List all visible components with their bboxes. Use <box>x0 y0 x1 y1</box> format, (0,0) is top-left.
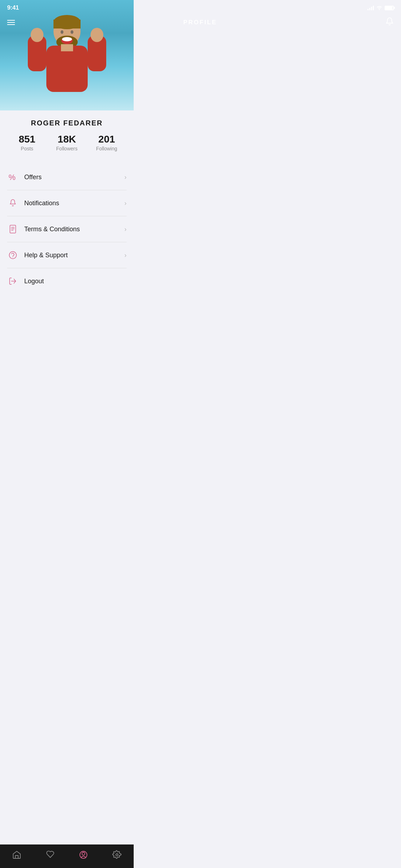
terms-chevron-icon: › <box>124 226 127 233</box>
menu-item-offers[interactable]: % Offers › <box>7 164 127 190</box>
app-header: PROFILE <box>0 14 134 31</box>
logout-label: Logout <box>24 278 44 285</box>
status-bar: 9:41 <box>0 0 134 11</box>
profile-name: ROGER FEDARER <box>7 119 127 127</box>
svg-point-19 <box>9 252 16 259</box>
posts-count: 851 <box>7 134 47 144</box>
help-icon-wrap <box>7 249 19 261</box>
notifications-chevron-icon: › <box>124 200 127 207</box>
svg-rect-15 <box>10 225 16 233</box>
offers-icon-wrap: % <box>7 171 19 183</box>
following-count: 201 <box>87 134 127 144</box>
offers-chevron-icon: › <box>124 174 127 181</box>
followers-count: 18K <box>47 134 87 144</box>
offers-label: Offers <box>24 174 42 181</box>
menu-item-help[interactable]: Help & Support › <box>7 242 127 268</box>
menu-item-terms[interactable]: Terms & Conditions › <box>7 216 127 242</box>
terms-label: Terms & Conditions <box>24 226 80 233</box>
stat-posts: 851 Posts <box>7 134 47 151</box>
svg-point-20 <box>12 257 13 258</box>
following-label: Following <box>87 146 127 151</box>
terms-icon-wrap <box>7 223 19 235</box>
stats-row: 851 Posts 18K Followers 201 Following <box>7 134 127 151</box>
svg-point-3 <box>61 30 63 34</box>
menu-button[interactable] <box>7 20 15 25</box>
followers-label: Followers <box>47 146 87 151</box>
percent-icon: % <box>8 172 18 182</box>
help-chevron-icon: › <box>124 252 127 259</box>
menu-list: % Offers › Notifications › <box>0 164 134 294</box>
help-label: Help & Support <box>24 252 68 259</box>
svg-point-7 <box>62 37 72 41</box>
notifications-label: Notifications <box>24 200 59 207</box>
svg-rect-13 <box>61 44 73 51</box>
menu-item-logout[interactable]: Logout <box>7 268 127 294</box>
menu-item-notifications[interactable]: Notifications › <box>7 190 127 216</box>
svg-rect-8 <box>46 46 88 92</box>
hamburger-icon <box>7 20 15 25</box>
svg-text:%: % <box>9 173 16 182</box>
status-time: 9:41 <box>7 4 19 11</box>
posts-label: Posts <box>7 146 47 151</box>
logout-icon-wrap <box>7 275 19 287</box>
document-icon <box>8 224 18 234</box>
svg-point-4 <box>71 30 73 34</box>
support-icon <box>8 250 18 260</box>
bell-menu-icon <box>8 198 18 208</box>
stat-following: 201 Following <box>87 134 127 151</box>
stat-followers: 18K Followers <box>47 134 87 151</box>
notifications-icon-wrap <box>7 197 19 209</box>
profile-section: ROGER FEDARER 851 Posts 18K Followers 20… <box>0 110 134 157</box>
logout-icon <box>8 276 18 286</box>
